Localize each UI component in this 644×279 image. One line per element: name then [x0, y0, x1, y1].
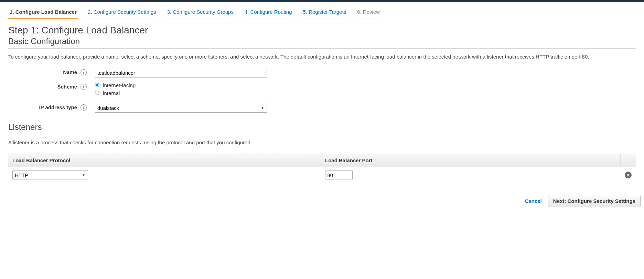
wizard-step-4[interactable]: 4. Configure Routing — [243, 6, 293, 19]
ip-type-select[interactable]: dualstack — [95, 103, 267, 113]
info-icon[interactable]: i — [80, 69, 87, 75]
ip-type-row: IP address type i dualstack — [8, 103, 636, 113]
scheme-internet-facing-label: internet-facing — [103, 82, 136, 88]
basic-config-description: To configure your load balancer, provide… — [8, 53, 636, 61]
next-button[interactable]: Next: Configure Security Settings — [548, 195, 641, 207]
listener-row: HTTP ✕ — [8, 167, 636, 183]
step-title: Step 1: Configure Load Balancer — [8, 25, 636, 36]
ip-type-label: IP address type — [8, 103, 77, 110]
wizard-steps: 1. Configure Load Balancer 2. Configure … — [0, 2, 644, 19]
name-row: Name i — [8, 68, 636, 78]
scheme-internet-facing-option[interactable]: internet-facing — [95, 82, 136, 88]
info-icon[interactable]: i — [80, 84, 87, 90]
scheme-row: Scheme i internet-facing internal — [8, 82, 636, 98]
wizard-step-3[interactable]: 3. Configure Security Groups — [165, 6, 235, 19]
remove-listener-icon[interactable]: ✕ — [625, 172, 632, 178]
cancel-button[interactable]: Cancel — [525, 198, 542, 204]
wizard-step-6: 6. Review — [356, 6, 381, 19]
scheme-label: Scheme — [8, 82, 77, 90]
scheme-internal-option[interactable]: internal — [95, 90, 136, 96]
info-icon[interactable]: i — [80, 104, 87, 111]
col-port: Load Balancer Port — [321, 154, 621, 167]
wizard-step-2[interactable]: 2. Configure Security Settings — [86, 6, 157, 19]
col-actions — [621, 154, 636, 167]
scheme-internal-radio[interactable] — [95, 91, 99, 95]
footer-actions: Cancel Next: Configure Security Settings — [0, 190, 644, 214]
listener-port-input[interactable] — [325, 170, 353, 179]
listeners-title: Listeners — [8, 122, 636, 134]
basic-config-title: Basic Configuration — [8, 37, 636, 49]
scheme-internet-facing-radio[interactable] — [95, 83, 99, 87]
main-content: Step 1: Configure Load Balancer Basic Co… — [0, 19, 644, 190]
listeners-description: A listener is a process that checks for … — [8, 138, 636, 147]
listeners-table: Load Balancer Protocol Load Balancer Por… — [8, 154, 636, 183]
wizard-step-1[interactable]: 1. Configure Load Balancer — [8, 6, 78, 19]
scheme-internal-label: internal — [103, 90, 120, 96]
wizard-step-5[interactable]: 5. Register Targets — [302, 6, 348, 19]
listener-protocol-select[interactable]: HTTP — [12, 170, 88, 179]
col-protocol: Load Balancer Protocol — [8, 154, 321, 167]
name-input[interactable] — [95, 68, 267, 78]
name-label: Name — [8, 68, 77, 75]
